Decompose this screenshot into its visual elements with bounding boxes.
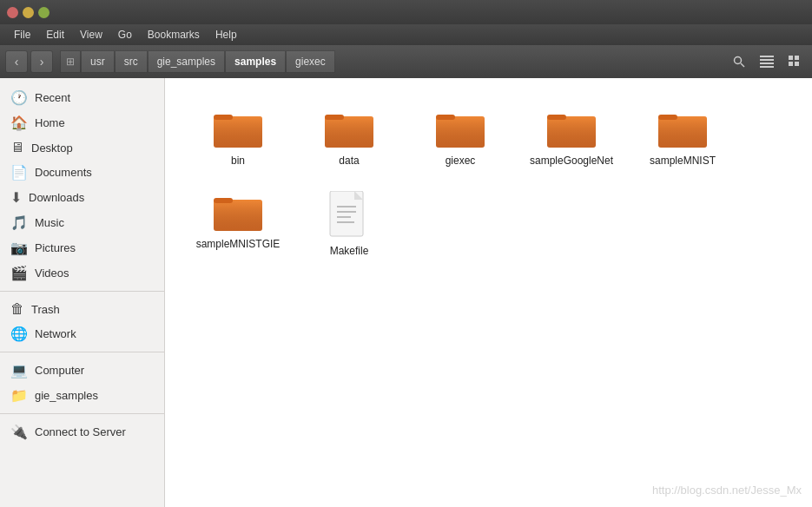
svg-line-1 [741, 63, 744, 67]
file-label-data: data [339, 155, 359, 167]
svg-rect-15 [325, 115, 344, 120]
menu-help[interactable]: Help [208, 27, 244, 43]
forward-button[interactable]: › [30, 50, 53, 73]
svg-rect-21 [547, 115, 566, 120]
svg-rect-20 [547, 116, 596, 148]
sidebar-label-home: Home [35, 116, 65, 129]
home-icon: 🏠 [10, 115, 28, 131]
sidebar-label-downloads: Downloads [29, 191, 84, 204]
folder-bin-icon [214, 108, 262, 149]
svg-rect-12 [214, 115, 233, 120]
sidebar: 🕐 Recent 🏠 Home 🖥 Desktop 📄 Documents ⬇ … [0, 78, 165, 507]
file-area: bin data [165, 78, 812, 507]
list-view-icon [760, 56, 774, 68]
svg-rect-18 [436, 115, 455, 120]
sidebar-item-downloads[interactable]: ⬇ Downloads [0, 185, 164, 210]
documents-icon: 📄 [10, 164, 28, 181]
titlebar [0, 0, 812, 24]
main-layout: 🕐 Recent 🏠 Home 🖥 Desktop 📄 Documents ⬇ … [0, 78, 812, 507]
view-grid-button[interactable] [782, 49, 807, 74]
file-item-samplemnist[interactable]: sampleMNIST [630, 99, 735, 175]
crumb-samples[interactable]: samples [225, 50, 286, 73]
svg-rect-7 [795, 56, 799, 60]
sidebar-item-desktop[interactable]: 🖥 Desktop [0, 135, 164, 160]
sidebar-item-connect[interactable]: 🔌 Connect to Server [0, 419, 164, 444]
file-item-makefile[interactable]: Makefile [297, 182, 401, 266]
svg-rect-27 [214, 198, 233, 203]
svg-rect-6 [789, 56, 793, 60]
file-label-giexec: giexec [446, 155, 476, 167]
search-button[interactable] [727, 49, 751, 74]
file-label-bin: bin [231, 155, 245, 167]
svg-point-0 [735, 57, 742, 64]
sidebar-label-trash: Trash [31, 303, 60, 316]
file-item-samplemnistgie[interactable]: sampleMNISTGIE [186, 182, 290, 266]
desktop-icon: 🖥 [10, 140, 24, 155]
menu-file[interactable]: File [7, 27, 37, 43]
file-label-makefile: Makefile [330, 245, 369, 257]
pictures-icon: 📷 [10, 240, 28, 256]
sidebar-divider-1 [0, 291, 164, 292]
sidebar-label-videos: Videos [35, 267, 69, 280]
crumb-gie-samples[interactable]: gie_samples [148, 50, 225, 73]
menu-edit[interactable]: Edit [39, 27, 71, 43]
navigation-buttons: ‹ › [5, 50, 53, 73]
sidebar-divider-2 [0, 352, 164, 352]
svg-rect-9 [795, 62, 799, 66]
menu-bookmarks[interactable]: Bookmarks [141, 27, 207, 43]
sidebar-label-desktop: Desktop [31, 142, 73, 155]
back-button[interactable]: ‹ [5, 50, 28, 73]
folder-samplegooglenet-icon [547, 108, 596, 149]
file-label-samplemnist: sampleMNIST [650, 155, 716, 167]
breadcrumb: ⊞ usr src gie_samples samples giexec [60, 50, 723, 73]
file-label-samplegooglenet: sampleGoogleNet [530, 155, 613, 167]
videos-icon: 🎬 [10, 265, 28, 281]
sidebar-item-trash[interactable]: 🗑 Trash [0, 297, 164, 321]
sidebar-item-recent[interactable]: 🕐 Recent [0, 85, 164, 110]
crumb-src[interactable]: src [115, 50, 148, 73]
svg-rect-23 [658, 116, 707, 148]
crumb-giexec[interactable]: giexec [286, 50, 335, 73]
maximize-button[interactable] [38, 7, 50, 18]
music-icon: 🎵 [10, 214, 28, 231]
sidebar-item-gie-samples[interactable]: 📁 gie_samples [0, 383, 164, 408]
svg-rect-14 [325, 116, 373, 148]
svg-rect-26 [214, 200, 262, 231]
file-label-samplemnistgie: sampleMNISTGIE [196, 238, 281, 250]
sidebar-item-videos[interactable]: 🎬 Videos [0, 260, 164, 286]
file-item-giexec[interactable]: giexec [408, 99, 512, 175]
sidebar-item-pictures[interactable]: 📷 Pictures [0, 235, 164, 260]
sidebar-item-documents[interactable]: 📄 Documents [0, 160, 164, 185]
connect-icon: 🔌 [10, 424, 28, 440]
sidebar-label-connect: Connect to Server [35, 425, 126, 438]
folder-samplemnistgie-icon [214, 191, 262, 233]
view-list-button[interactable] [755, 49, 779, 74]
downloads-icon: ⬇ [10, 189, 22, 206]
svg-rect-8 [789, 62, 793, 66]
menubar: File Edit View Go Bookmarks Help [0, 24, 812, 45]
file-item-data[interactable]: data [297, 99, 401, 175]
recent-icon: 🕐 [10, 89, 28, 106]
toolbar-actions [727, 49, 807, 74]
file-item-samplegooglenet[interactable]: sampleGoogleNet [519, 99, 624, 175]
svg-rect-11 [214, 116, 262, 148]
gie-samples-icon: 📁 [10, 387, 28, 404]
sidebar-item-computer[interactable]: 💻 Computer [0, 358, 164, 383]
toolbar: ‹ › ⊞ usr src gie_samples samples giexec [0, 45, 812, 78]
menu-go[interactable]: Go [111, 27, 139, 43]
sidebar-label-computer: Computer [35, 364, 84, 377]
sidebar-item-music[interactable]: 🎵 Music [0, 210, 164, 235]
breadcrumb-home-icon: ⊞ [60, 50, 81, 73]
folder-giexec-icon [436, 108, 485, 149]
close-button[interactable] [7, 7, 18, 18]
sidebar-item-network[interactable]: 🌐 Network [0, 321, 164, 346]
sidebar-divider-3 [0, 413, 164, 414]
minimize-button[interactable] [23, 7, 34, 18]
crumb-usr[interactable]: usr [81, 50, 115, 73]
svg-rect-5 [760, 66, 774, 68]
file-item-bin[interactable]: bin [186, 99, 290, 175]
search-icon [732, 55, 746, 69]
sidebar-label-pictures: Pictures [35, 241, 76, 254]
menu-view[interactable]: View [73, 27, 109, 43]
sidebar-item-home[interactable]: 🏠 Home [0, 110, 164, 135]
